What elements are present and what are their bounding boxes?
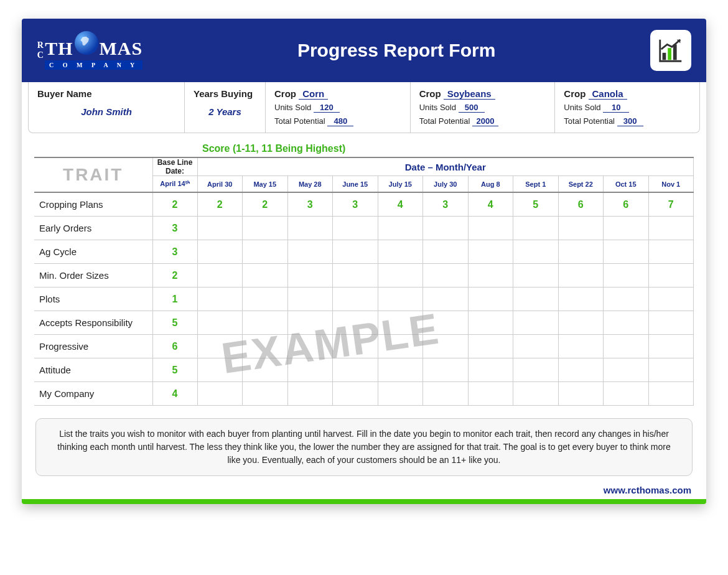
date-col: Sept 22 (558, 176, 604, 193)
score-cell: 2 (197, 192, 243, 217)
score-cell (333, 288, 378, 311)
score-cell (604, 358, 649, 382)
date-header: Date – Month/Year (197, 157, 694, 176)
score-cell (243, 217, 288, 240)
svg-rect-2 (668, 48, 671, 60)
score-cell (558, 288, 604, 311)
date-col: July 15 (378, 176, 423, 193)
score-cell (197, 217, 243, 240)
score-cell (513, 240, 559, 264)
score-cell (243, 358, 288, 382)
score-cell (423, 311, 469, 335)
date-col: June 15 (333, 176, 378, 193)
score-cell (558, 335, 604, 358)
score-cell (604, 311, 649, 335)
score-cell (468, 240, 513, 264)
score-cell (197, 335, 243, 358)
score-cell (378, 358, 423, 382)
crop-potential: Total Potential 300 (564, 116, 691, 126)
website-url: www.rcthomas.com (22, 482, 706, 499)
score-cell: 2 (243, 192, 288, 217)
score-cell (468, 217, 513, 240)
crop-cell-2: Crop Canola Units Sold 10 Total Potentia… (554, 82, 699, 133)
score-cell (648, 288, 694, 311)
score-cell (378, 382, 423, 406)
score-cell (604, 288, 649, 311)
score-cell (333, 217, 378, 240)
crop-cell-1: Crop Soybeans Units Sold 500 Total Poten… (410, 82, 555, 133)
buyer-label: Buyer Name (37, 88, 175, 99)
trait-name: Early Orders (34, 217, 152, 240)
years-label: Years Buying (194, 88, 256, 99)
score-cell (333, 382, 378, 406)
years-value: 2 Years (194, 106, 256, 117)
score-cell (243, 288, 288, 311)
crop-name: Canola (589, 88, 627, 100)
baseline-header: Base Line Date: (152, 157, 197, 176)
score-cell: 3 (423, 192, 469, 217)
score-cell (423, 217, 469, 240)
score-cell (468, 288, 513, 311)
score-cell (468, 358, 513, 382)
score-cell (648, 264, 694, 288)
score-cell (604, 264, 649, 288)
score-cell (333, 264, 378, 288)
score-cell (648, 335, 694, 358)
date-col: July 30 (423, 176, 469, 193)
crop-label: Crop (274, 88, 296, 99)
table-body: Cropping Plans222334345667Early Orders3A… (34, 192, 694, 406)
logo-rc: RC (37, 40, 44, 60)
date-col: May 28 (287, 176, 333, 193)
logo-company: C O M P A N Y (45, 60, 142, 70)
baseline-score: 1 (152, 288, 197, 311)
score-cell (513, 335, 559, 358)
score-cell (287, 311, 333, 335)
score-cell (423, 264, 469, 288)
table-row: Plots1 (34, 288, 694, 311)
score-cell (513, 264, 559, 288)
baseline-score: 2 (152, 264, 197, 288)
score-cell (378, 311, 423, 335)
crop-cell-0: Crop Corn Units Sold 120 Total Potential… (265, 82, 410, 133)
score-cell (423, 288, 469, 311)
table-row: My Company4 (34, 382, 694, 406)
baseline-score: 3 (152, 240, 197, 264)
trait-name: Ag Cycle (34, 240, 152, 264)
score-cell (468, 264, 513, 288)
table-row: Early Orders3 (34, 217, 694, 240)
baseline-score: 6 (152, 335, 197, 358)
score-cell (648, 217, 694, 240)
logo-text-wrap: THMAS C O M P A N Y (45, 31, 142, 70)
trait-name: My Company (34, 382, 152, 406)
header-bar: RC THMAS C O M P A N Y Progress Report F… (22, 19, 706, 82)
company-logo: RC THMAS C O M P A N Y (37, 31, 142, 70)
score-cell (287, 217, 333, 240)
score-cell: 4 (468, 192, 513, 217)
score-cell (378, 217, 423, 240)
score-cell (604, 335, 649, 358)
buyer-cell: Buyer Name John Smith (29, 82, 184, 133)
trait-name: Min. Order Sizes (34, 264, 152, 288)
score-cell (197, 288, 243, 311)
crop-label: Crop (419, 88, 441, 99)
score-cell (513, 217, 559, 240)
globe-icon (75, 31, 98, 55)
date-col: April 30 (197, 176, 243, 193)
score-cell (333, 335, 378, 358)
svg-rect-1 (663, 53, 666, 60)
score-cell (604, 240, 649, 264)
date-col: Sept 1 (513, 176, 559, 193)
score-cell (513, 358, 559, 382)
logo-th: TH (45, 38, 73, 58)
baseline-score: 4 (152, 382, 197, 406)
score-cell (648, 311, 694, 335)
baseline-score: 3 (152, 217, 197, 240)
baseline-date: April 14ᵗʰ (152, 176, 197, 193)
table-wrap: EXAMPLE TRAIT Base Line Date: Date – Mon… (22, 157, 706, 406)
trait-name: Accepts Responsibility (34, 311, 152, 335)
score-cell (468, 382, 513, 406)
score-cell (287, 335, 333, 358)
instruction-note: List the traits you wish to monitor with… (35, 418, 693, 476)
score-cell: 6 (558, 192, 604, 217)
score-cell (604, 382, 649, 406)
